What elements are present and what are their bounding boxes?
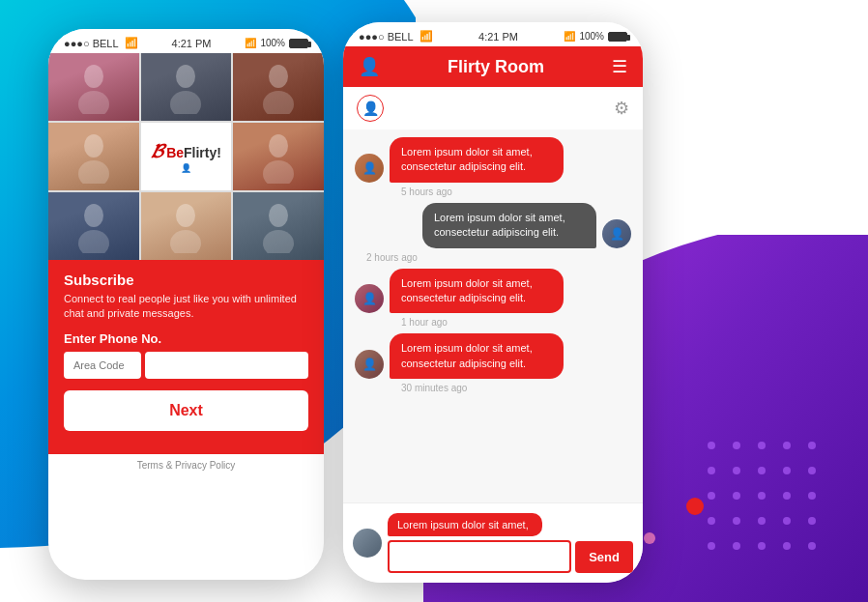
- user-profile-icon[interactable]: 👤: [359, 56, 380, 77]
- user-row: 👤 ⚙: [343, 87, 643, 129]
- time-2: 2 hours ago: [355, 252, 631, 265]
- time-1: 5 hours ago: [355, 186, 631, 199]
- svg-point-0: [84, 65, 103, 88]
- phone2-status-bar: ●●●○ BELL 📶 4:21 PM 📶 100%: [343, 22, 643, 46]
- user-avatar-outline: 👤: [357, 95, 384, 122]
- svg-point-3: [170, 91, 201, 114]
- bubble-3: Lorem ipsum dolor sit amet, consectetur …: [390, 269, 564, 314]
- send-button[interactable]: Send: [575, 541, 633, 573]
- svg-point-2: [176, 65, 195, 88]
- svg-point-14: [269, 204, 288, 227]
- svg-point-9: [263, 160, 294, 184]
- photo-4: [48, 123, 139, 190]
- svg-point-1: [78, 91, 109, 114]
- svg-point-13: [170, 230, 201, 253]
- phone1-battery: 📶 100%: [245, 38, 308, 48]
- svg-point-10: [84, 204, 103, 227]
- avatar-2: 👤: [602, 219, 631, 248]
- menu-icon[interactable]: ☰: [612, 56, 627, 77]
- time-4: 30 minutes ago: [355, 383, 631, 395]
- svg-point-12: [176, 204, 195, 227]
- phone-subscribe: ●●●○ BELL 📶 4:21 PM 📶 100%: [48, 29, 324, 580]
- message-row-1: 👤 Lorem ipsum dolor sit amet, consectetu…: [355, 137, 631, 183]
- bubble-2: Lorem ipsum dolor sit amet, consectetur …: [422, 203, 596, 248]
- svg-point-6: [84, 134, 103, 158]
- svg-point-11: [78, 230, 109, 253]
- phone2-battery: 📶 100%: [564, 31, 627, 42]
- svg-point-8: [269, 134, 288, 158]
- phone-input-row: [64, 352, 308, 379]
- avatar-4: 👤: [355, 350, 384, 379]
- settings-icon[interactable]: ⚙: [614, 98, 629, 119]
- message-row-2: 👤 Lorem ipsum dolor sit amet, consectetu…: [355, 203, 631, 248]
- avatar-5: [353, 529, 382, 558]
- chat-input-row: Lorem ipsum dolor sit amet, Send: [343, 502, 643, 583]
- message-row-4: 👤 Lorem ipsum dolor sit amet, consectetu…: [355, 333, 631, 379]
- subscribe-title: Subscribe: [64, 272, 308, 288]
- avatar-1: 👤: [355, 154, 384, 183]
- time-3: 1 hour ago: [355, 317, 631, 330]
- phone-label: Enter Phone No.: [64, 331, 308, 346]
- message-row-3: 👤 Lorem ipsum dolor sit amet, consectetu…: [355, 269, 631, 314]
- next-button[interactable]: Next: [64, 390, 308, 431]
- photo-2: [141, 53, 232, 121]
- battery-icon: [289, 39, 308, 48]
- avatar-3: 👤: [355, 284, 384, 313]
- area-code-input[interactable]: [64, 352, 141, 379]
- photo-7: [48, 192, 139, 260]
- photo-6: [233, 123, 324, 190]
- photo-grid: 𝓑 BeFlirty! 👤: [48, 53, 324, 260]
- phone1-status-bar: ●●●○ BELL 📶 4:21 PM 📶 100%: [48, 29, 324, 53]
- phone1-time: 4:21 PM: [172, 38, 212, 49]
- message-input[interactable]: [388, 540, 571, 573]
- svg-point-4: [269, 65, 288, 88]
- svg-point-7: [78, 160, 109, 184]
- bubble-4: Lorem ipsum dolor sit amet, consectetur …: [390, 333, 564, 379]
- subscribe-section: Subscribe Connect to real people just li…: [48, 260, 324, 454]
- phone-number-input[interactable]: [145, 352, 308, 379]
- photo-8: [141, 192, 232, 260]
- chat-header: 👤 Flirty Room ☰: [343, 46, 643, 87]
- svg-point-15: [263, 230, 294, 253]
- chat-body: 👤 Lorem ipsum dolor sit amet, consectetu…: [343, 129, 643, 502]
- photo-3: [233, 53, 324, 121]
- phone2-carrier: ●●●○ BELL 📶: [359, 30, 433, 43]
- phones-container: ●●●○ BELL 📶 4:21 PM 📶 100%: [48, 14, 841, 594]
- photo-9: [233, 192, 324, 260]
- photo-1: [48, 53, 139, 121]
- bubble-1: Lorem ipsum dolor sit amet, consectetur …: [390, 137, 564, 183]
- terms-privacy[interactable]: Terms & Privacy Policy: [48, 454, 324, 476]
- beflirty-logo-cell: 𝓑 BeFlirty! 👤: [141, 123, 232, 190]
- phone-chat: ●●●○ BELL 📶 4:21 PM 📶 100% 👤 Flirty Room…: [343, 22, 643, 583]
- subscribe-description: Connect to real people just like you wit…: [64, 292, 308, 322]
- chat-room-title: Flirty Room: [380, 57, 612, 77]
- battery-icon-2: [608, 32, 627, 42]
- phone2-time: 4:21 PM: [478, 31, 518, 43]
- svg-point-5: [263, 91, 294, 114]
- phone1-carrier: ●●●○ BELL 📶: [64, 37, 138, 49]
